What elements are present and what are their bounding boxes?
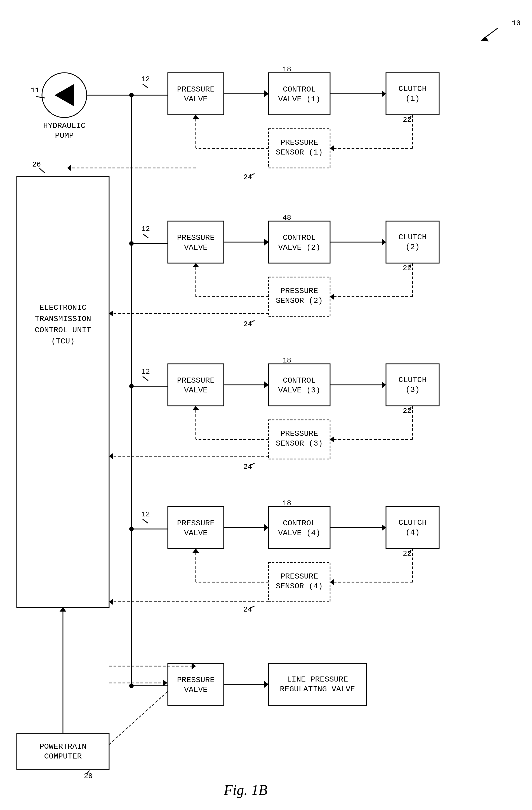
lprv-label1: LINE PRESSURE: [287, 675, 348, 684]
ps3-label1: PRESSURE: [281, 430, 318, 438]
cv2-label1: CONTROL: [283, 233, 316, 242]
cl1-label2: (1): [405, 94, 419, 103]
cv2-label2: VALVE (2): [278, 243, 320, 252]
arrowhead-pv5-lprv: [264, 681, 268, 688]
ps2-label1: PRESSURE: [281, 287, 318, 295]
arrowhead-ps1: [330, 145, 334, 152]
pump-triangle: [54, 84, 74, 107]
ref-24-r4: 24: [243, 605, 252, 614]
pv2-label2: VALVE: [184, 243, 207, 252]
pump-label2: PUMP: [55, 131, 73, 140]
clutch-1: [386, 73, 439, 115]
ref-24-r1: 24: [243, 173, 252, 181]
ref12r3-line: [143, 376, 148, 380]
ref-26: 26: [32, 160, 41, 169]
pc-label1: POWERTRAIN: [39, 742, 86, 751]
arrowhead-pv4-cv4: [264, 524, 268, 531]
ps1-label2: SENSOR (1): [276, 148, 323, 157]
pv2-label1: PRESSURE: [177, 233, 215, 242]
pv4-label1: PRESSURE: [177, 519, 215, 528]
arrowhead-ps3: [330, 436, 334, 443]
arrowhead-pv5-side2: [163, 680, 167, 686]
cl1-label1: CLUTCH: [399, 84, 427, 93]
cl2-label1: CLUTCH: [399, 233, 427, 242]
ref-12-r3: 12: [141, 368, 150, 376]
ref-12-r2: 12: [141, 225, 150, 233]
cv3-label2: VALVE (3): [278, 386, 320, 395]
arrowhead-tcu-r2: [109, 310, 113, 317]
powertrain-computer: [17, 733, 109, 770]
line-pressure-regulating-valve: [268, 663, 366, 705]
arrowhead-pv3-cv3: [264, 382, 268, 388]
pv1-label1: PRESSURE: [177, 85, 215, 94]
diagram-container: 10 11 HYDRAULIC PUMP 12 PRESSURE VALVE 1…: [0, 0, 532, 810]
arrowhead-cv4-cl4: [382, 524, 386, 531]
cl3-label2: (3): [405, 385, 419, 394]
clutch-4: [386, 507, 439, 549]
pv5-label1: PRESSURE: [177, 676, 215, 684]
tcu-label1: ELECTRONIC: [39, 303, 86, 312]
arrowhead-cv1-cl1: [382, 91, 386, 97]
arrowhead-ps4: [330, 579, 334, 585]
arrowhead-pv2-cv2: [264, 239, 268, 245]
cv1-label1: CONTROL: [283, 85, 316, 94]
pump-label1: HYDRAULIC: [43, 122, 85, 130]
fig-label: Fig. 1B: [223, 782, 267, 798]
arrowhead-pv2-bottom: [193, 263, 199, 267]
clutch-2: [386, 221, 439, 263]
ps4-label2: SENSOR (4): [276, 582, 323, 590]
arrowhead-pv4-bottom: [193, 549, 199, 553]
ref-11: 11: [31, 86, 39, 95]
ps4-label1: PRESSURE: [281, 572, 318, 581]
ref-10: 10: [512, 19, 520, 28]
arrowhead-pv1-bottom: [193, 115, 199, 119]
ref26-line: [39, 168, 45, 173]
ps2-label2: SENSOR (2): [276, 296, 323, 305]
arrowhead-pv1-cv1: [264, 91, 268, 97]
ref11-line: [36, 97, 45, 98]
tcu-label4: (TCU): [51, 337, 75, 346]
arrowhead-pc-tcu: [60, 608, 66, 612]
arrowhead-tcu-r4: [109, 598, 113, 605]
cl4-label1: CLUTCH: [399, 518, 427, 527]
clutch-3: [386, 364, 439, 406]
ref-24-r3: 24: [243, 463, 252, 471]
ref12r1-line: [143, 84, 148, 88]
pc-label2: COMPUTER: [44, 752, 82, 761]
pv1-label2: VALVE: [184, 95, 207, 103]
tcu-box: [17, 176, 109, 608]
pv3-label2: VALVE: [184, 386, 207, 395]
arrowhead-ps2: [330, 293, 334, 300]
arrowhead-tcu-r1: [67, 165, 71, 171]
cl3-label1: CLUTCH: [399, 376, 427, 384]
cv4-label2: VALVE (4): [278, 529, 320, 537]
ref12r4-line: [143, 519, 148, 523]
pv4-label2: VALVE: [184, 529, 207, 537]
pv3-label1: PRESSURE: [177, 376, 215, 385]
ps3-label2: SENSOR (3): [276, 439, 323, 448]
arrowhead-tcu-r3: [109, 453, 113, 459]
lprv-label2: REGULATING VALVE: [280, 685, 355, 694]
cv3-label1: CONTROL: [283, 376, 316, 385]
arrowhead-cv3-cl3: [382, 382, 386, 388]
arrowhead-pv3-bottom: [193, 406, 199, 410]
tcu-label3: CONTROL UNIT: [35, 326, 91, 335]
ref-12-r1: 12: [141, 75, 150, 83]
cl2-label2: (2): [405, 243, 419, 252]
cv4-label1: CONTROL: [283, 519, 316, 528]
cv1-label2: VALVE (1): [278, 95, 320, 103]
cl4-label2: (4): [405, 528, 419, 537]
ps1-label1: PRESSURE: [281, 138, 318, 147]
ref-12-r4: 12: [141, 510, 150, 519]
ref-28: 28: [84, 772, 93, 780]
arrowhead-10: [481, 36, 489, 42]
arrowhead-cv2-cl2: [382, 239, 386, 245]
tcu-label2: TRANSMISSION: [35, 314, 91, 323]
pc-to-pv5-dashed: [109, 691, 168, 745]
ref-24-r2: 24: [243, 320, 252, 328]
pv5-label2: VALVE: [184, 685, 207, 694]
ref12r2-line: [143, 234, 148, 238]
